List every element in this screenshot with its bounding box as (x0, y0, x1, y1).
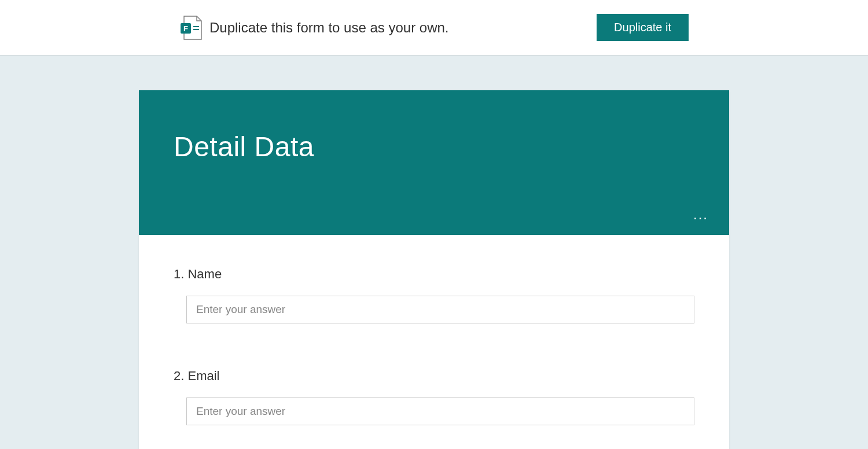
svg-text:F: F (183, 24, 188, 33)
question-2-label: 2. Email (174, 369, 694, 384)
topbar: F Duplicate this form to use as your own… (0, 0, 868, 55)
stage: Detail Data ··· 1. Name 2. Email (0, 55, 868, 449)
question-2-number: 2. (174, 369, 184, 383)
form-header: Detail Data ··· (139, 90, 729, 235)
form-title: Detail Data (174, 131, 694, 163)
question-1-label: 1. Name (174, 267, 694, 282)
duplicate-button[interactable]: Duplicate it (597, 14, 689, 41)
name-input[interactable] (186, 296, 694, 323)
form-body: 1. Name 2. Email (139, 235, 729, 449)
forms-file-icon: F (179, 15, 204, 41)
question-1-number: 1. (174, 267, 184, 281)
question-2-text: Email (187, 369, 219, 383)
more-options-button[interactable]: ··· (689, 206, 713, 229)
form-card: Detail Data ··· 1. Name 2. Email (139, 90, 729, 449)
duplicate-prompt-text: Duplicate this form to use as your own. (209, 20, 449, 36)
question-1-text: Name (187, 267, 222, 281)
email-input[interactable] (186, 398, 694, 425)
topbar-left: F Duplicate this form to use as your own… (179, 15, 449, 41)
question-2: 2. Email (174, 369, 694, 425)
more-icon: ··· (693, 209, 708, 225)
question-1: 1. Name (174, 267, 694, 323)
